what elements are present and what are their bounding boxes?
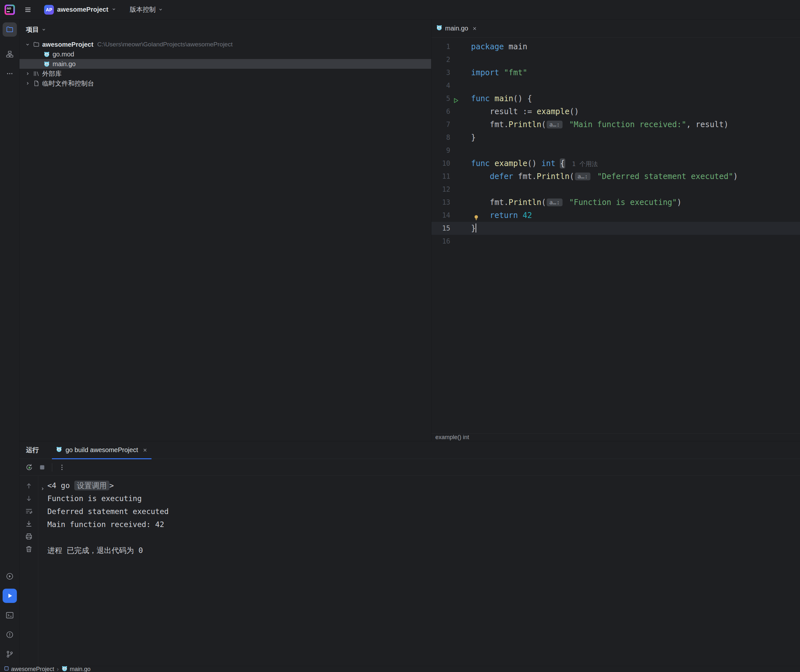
scroll-to-end-icon[interactable] (25, 520, 33, 528)
rerun-icon[interactable] (23, 461, 36, 474)
vcs-label: 版本控制 (130, 5, 156, 14)
code-line-3[interactable]: 3import "fmt" (432, 66, 800, 79)
clear-output-icon[interactable] (25, 545, 33, 553)
close-icon[interactable] (142, 448, 147, 453)
line-number[interactable]: 10 (432, 157, 450, 170)
line-number[interactable]: 6 (432, 105, 450, 118)
console-output: <4 go 设置调用>Function is executingDeferred… (38, 476, 800, 666)
line-number[interactable]: 9 (432, 144, 450, 157)
tree-item-go-mod[interactable]: go.mod (19, 49, 431, 59)
console-toolbar (19, 476, 38, 666)
structure-icon[interactable] (3, 47, 17, 61)
tree-item-root[interactable]: awesomeProjectC:\Users\meowr\GolandProje… (19, 40, 431, 49)
project-selector[interactable]: AP awesomeProject (42, 3, 119, 16)
code-editor[interactable]: 1package main23import "fmt"45func main()… (432, 38, 800, 433)
code-line-text: package main (471, 40, 527, 53)
line-number[interactable]: 1 (432, 40, 450, 53)
code-line-2[interactable]: 2 (432, 53, 800, 66)
stop-icon[interactable] (36, 461, 49, 474)
line-number[interactable]: 3 (432, 66, 450, 79)
code-line-11[interactable]: 11 defer fmt.Println(a…: "Deferred state… (432, 170, 800, 183)
code-line-5[interactable]: 5func main() { (432, 92, 800, 105)
code-line-4[interactable]: 4 (432, 79, 800, 92)
chevron-right-icon[interactable] (23, 81, 32, 86)
chevron-down-icon[interactable] (23, 42, 32, 47)
code-line-12[interactable]: 12 (432, 183, 800, 196)
line-number[interactable]: 14 (432, 209, 450, 222)
arrow-down-icon[interactable] (25, 494, 33, 503)
run-toolbar (19, 459, 800, 476)
line-number[interactable]: 15 (432, 222, 450, 235)
vcs-selector[interactable]: 版本控制 (127, 4, 165, 15)
project-folder-icon[interactable] (3, 22, 17, 37)
code-line-text: } (471, 222, 476, 235)
run-tool-window-icon[interactable] (3, 589, 17, 603)
tree-item-external-libraries[interactable]: 外部库 (19, 69, 431, 78)
terminal-icon[interactable] (3, 608, 17, 622)
editor-hint-text: example() int (435, 434, 469, 441)
project-name: awesomeProject (57, 6, 108, 13)
breadcrumb-main-go[interactable]: main.go (61, 666, 91, 672)
fold-chevron-icon[interactable] (40, 482, 45, 495)
console-line-2: Function is executing (47, 492, 800, 505)
line-number[interactable]: 12 (432, 183, 450, 196)
code-line-15[interactable]: 15} (432, 222, 800, 235)
line-number[interactable]: 16 (432, 235, 450, 248)
print-icon[interactable] (25, 532, 33, 541)
project-panel-header[interactable]: 项目 (19, 19, 431, 40)
code-line-1[interactable]: 1package main (432, 40, 800, 53)
code-line-text: fmt.Println(a…: "Main function received:… (471, 118, 728, 131)
code-line-9[interactable]: 9 (432, 144, 800, 157)
line-number[interactable]: 2 (432, 53, 450, 66)
close-icon[interactable] (472, 26, 477, 31)
main-menu-icon[interactable] (22, 4, 34, 16)
go-file-icon (436, 24, 443, 32)
project-tree[interactable]: awesomeProjectC:\Users\meowr\GolandProje… (19, 40, 431, 88)
line-number[interactable]: 7 (432, 118, 450, 131)
library-icon (32, 70, 41, 77)
status-breadcrumbs: awesomeProject›main.go (4, 666, 91, 672)
chevron-down-icon (158, 6, 163, 13)
code-line-7[interactable]: 7 fmt.Println(a…: "Main function receive… (432, 118, 800, 131)
tree-item-scratches[interactable]: 临时文件和控制台 (19, 78, 431, 88)
tool-window-stripe (0, 19, 19, 666)
more-tool-windows-icon[interactable] (3, 67, 17, 81)
editor-tab-bar: main.go (432, 19, 800, 38)
line-number[interactable]: 4 (432, 79, 450, 92)
tree-item-main-go[interactable]: main.go (19, 59, 431, 69)
console-line-5 (47, 531, 800, 544)
project-panel-title: 项目 (26, 25, 39, 34)
code-line-16[interactable]: 16 (432, 235, 800, 248)
stripe-bottom-group (3, 569, 17, 661)
project-badge: AP (44, 5, 54, 14)
module-icon (4, 666, 9, 672)
arrow-up-icon[interactable] (25, 482, 33, 490)
line-number[interactable]: 5 (432, 92, 450, 105)
line-number[interactable]: 8 (432, 131, 450, 144)
tree-item-path: C:\Users\meowr\GolandProjects\awesomePro… (97, 41, 233, 48)
folder-icon (32, 41, 41, 48)
breadcrumb-separator: › (57, 666, 59, 672)
breadcrumb-awesomeProject[interactable]: awesomeProject (4, 666, 54, 672)
go-file-icon (56, 446, 62, 454)
problems-icon[interactable] (3, 627, 17, 642)
code-line-6[interactable]: 6 result := example() (432, 105, 800, 118)
tab-go-build[interactable]: go build awesomeProject (52, 442, 152, 459)
code-line-8[interactable]: 8} (432, 131, 800, 144)
code-line-14[interactable]: 14 return 42 (432, 209, 800, 222)
run-panel-title: 运行 (26, 446, 39, 454)
services-icon[interactable] (3, 569, 17, 584)
goland-window: GO AP awesomeProject 版本控制 项目 awesomeProj… (0, 0, 800, 672)
line-number[interactable]: 11 (432, 170, 450, 183)
git-branch-icon[interactable] (3, 647, 17, 661)
code-line-13[interactable]: 13 fmt.Println(a…: "Function is executin… (432, 196, 800, 209)
more-options-icon[interactable] (56, 461, 69, 474)
chevron-right-icon[interactable] (23, 71, 32, 76)
code-line-text: result := example() (471, 105, 579, 118)
main-window-header: GO AP awesomeProject 版本控制 (0, 0, 800, 19)
code-line-10[interactable]: 10func example() int {1 个用法 (432, 157, 800, 170)
code-line-text: } (471, 131, 475, 144)
soft-wrap-icon[interactable] (25, 507, 33, 515)
tab-main-go[interactable]: main.go (432, 19, 482, 38)
line-number[interactable]: 13 (432, 196, 450, 209)
